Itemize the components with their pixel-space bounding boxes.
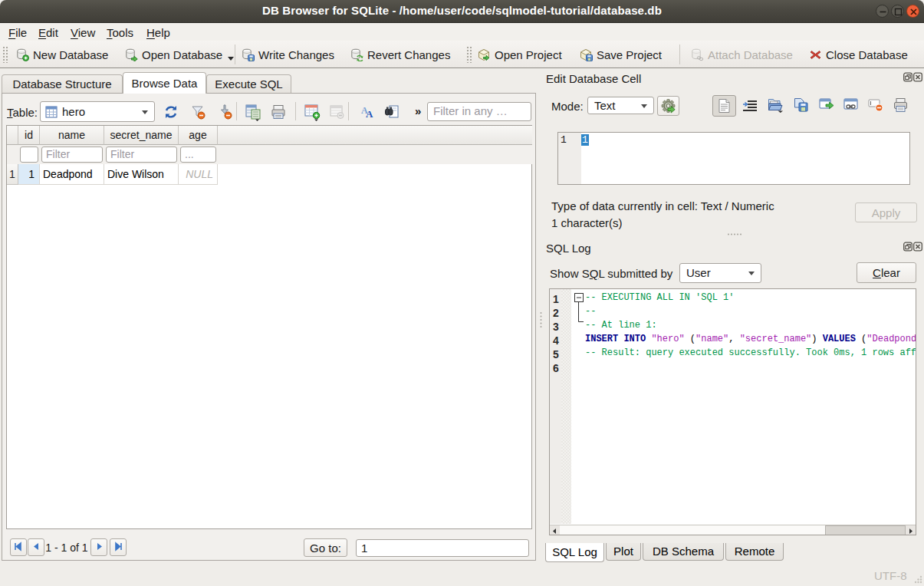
svg-text:A: A xyxy=(366,108,373,120)
